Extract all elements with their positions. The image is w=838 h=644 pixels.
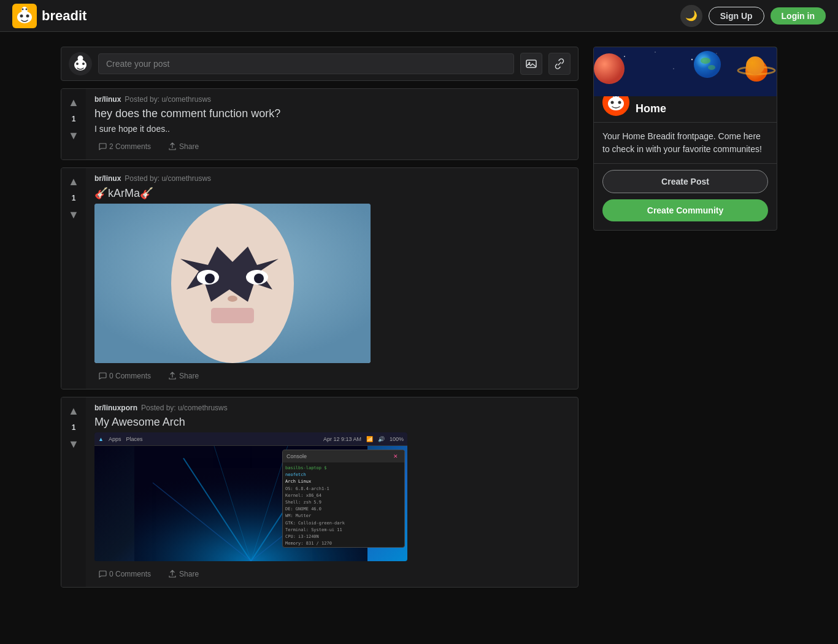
comments-button[interactable]: 2 Comments <box>94 140 155 153</box>
vote-count: 1 <box>72 115 76 123</box>
post-image <box>94 204 371 363</box>
sidebar-description: Your Home Breadit frontpage. Come here t… <box>594 123 777 164</box>
main-layout: ▲ 1 ▼ br/linux Posted by: u/comethrusws … <box>51 47 787 588</box>
post-card: ▲ 1 ▼ br/linux Posted by: u/comethrusws … <box>61 88 579 160</box>
share-button[interactable]: Share <box>164 140 202 153</box>
create-community-button[interactable]: Create Community <box>602 199 768 221</box>
share-button[interactable]: Share <box>164 567 202 581</box>
post-actions: 0 Comments Share <box>94 567 569 581</box>
signup-button[interactable]: Sign Up <box>709 7 764 25</box>
share-icon <box>168 372 177 380</box>
sidebar-banner-illustration <box>594 47 777 96</box>
post-image: ▲ Apps Places Apr 12 9:13 AM 📶 🔊 100% <box>94 432 407 561</box>
svg-point-31 <box>624 56 625 57</box>
post-content: br/linuxporn Posted by: u/comethrusws My… <box>86 397 578 587</box>
upvote-button[interactable]: ▲ <box>65 94 82 111</box>
svg-point-33 <box>691 59 693 60</box>
feed: ▲ 1 ▼ br/linux Posted by: u/comethrusws … <box>61 47 579 588</box>
svg-rect-21 <box>211 308 254 323</box>
post-content: br/linux Posted by: u/comethrusws hey do… <box>86 89 578 159</box>
post-meta: br/linuxporn Posted by: u/comethrusws <box>94 404 569 412</box>
vote-sidebar: ▲ 1 ▼ <box>61 168 86 389</box>
create-post-bar <box>61 47 579 81</box>
svg-point-19 <box>254 274 264 283</box>
vote-sidebar: ▲ 1 ▼ <box>61 89 86 159</box>
svg-point-39 <box>701 58 710 64</box>
svg-point-3 <box>26 14 29 17</box>
svg-point-5 <box>22 8 24 10</box>
navbar: breadit 🌙 Sign Up Login in <box>0 0 838 32</box>
svg-point-38 <box>694 51 721 78</box>
breadit-logo-icon <box>12 4 37 28</box>
svg-point-2 <box>20 14 23 17</box>
downvote-button[interactable]: ▼ <box>65 127 82 144</box>
comment-icon <box>98 372 107 380</box>
post-author: Posted by: u/comethrusws <box>125 95 211 104</box>
create-post-button[interactable]: Create Post <box>602 170 768 193</box>
vote-count: 1 <box>72 194 76 202</box>
navbar-actions: 🌙 Sign Up Login in <box>680 5 826 27</box>
share-icon <box>168 142 177 151</box>
svg-point-9 <box>76 63 79 65</box>
svg-point-20 <box>228 296 237 302</box>
comments-button[interactable]: 0 Comments <box>94 369 155 383</box>
svg-point-35 <box>747 62 748 63</box>
post-title: My Awesome Arch <box>94 416 569 429</box>
svg-point-18 <box>205 274 215 283</box>
svg-point-45 <box>611 101 614 104</box>
create-post-input[interactable] <box>98 53 514 74</box>
image-upload-button[interactable] <box>520 53 542 75</box>
post-community[interactable]: br/linux <box>94 95 121 104</box>
sidebar: Home Your Home Breadit frontpage. Come h… <box>593 47 777 231</box>
svg-point-40 <box>708 65 715 70</box>
comments-button[interactable]: 0 Comments <box>94 567 155 581</box>
svg-point-6 <box>26 8 28 10</box>
logo-text: breadit <box>42 8 86 24</box>
share-button[interactable]: Share <box>164 369 202 383</box>
post-actions: 0 Comments Share <box>94 369 569 383</box>
comment-icon <box>98 570 107 578</box>
post-content: br/linux Posted by: u/comethrusws 🎸kArMa… <box>86 168 578 389</box>
link-button[interactable] <box>548 53 571 75</box>
post-card: ▲ 1 ▼ br/linuxporn Posted by: u/comethru… <box>61 397 579 588</box>
post-community[interactable]: br/linux <box>94 174 121 183</box>
post-author: Posted by: u/comethrusws <box>125 174 211 183</box>
link-icon <box>553 58 566 70</box>
downvote-button[interactable]: ▼ <box>65 435 82 453</box>
svg-point-36 <box>673 68 674 69</box>
sidebar-banner <box>594 47 777 96</box>
svg-point-10 <box>82 63 85 65</box>
create-post-avatar-icon <box>69 52 92 75</box>
share-icon <box>168 570 177 578</box>
upvote-button[interactable]: ▲ <box>65 402 82 420</box>
comment-icon <box>98 142 107 151</box>
post-card: ▲ 1 ▼ br/linux Posted by: u/comethrusws … <box>61 167 579 389</box>
theme-toggle-button[interactable]: 🌙 <box>680 5 702 27</box>
vote-count: 1 <box>72 423 76 432</box>
post-meta: br/linux Posted by: u/comethrusws <box>94 174 569 183</box>
navbar-logo-area: breadit <box>12 4 86 28</box>
sidebar-home-card: Home Your Home Breadit frontpage. Come h… <box>593 47 777 231</box>
post-title: hey does the comment function work? <box>94 107 569 120</box>
downvote-button[interactable]: ▼ <box>65 206 82 223</box>
post-community[interactable]: br/linuxporn <box>94 404 137 412</box>
post-author: Posted by: u/comethrusws <box>141 404 228 412</box>
sidebar-title: Home <box>636 102 666 115</box>
svg-rect-12 <box>526 60 536 67</box>
svg-point-32 <box>655 52 656 53</box>
post-actions: 2 Comments Share <box>94 140 569 153</box>
svg-point-37 <box>594 53 625 84</box>
upvote-button[interactable]: ▲ <box>65 173 82 190</box>
post-meta: br/linux Posted by: u/comethrusws <box>94 95 569 104</box>
svg-point-41 <box>745 59 767 82</box>
post-title: 🎸kArMa🎸 <box>94 186 569 200</box>
svg-point-34 <box>716 53 717 53</box>
vote-sidebar: ▲ 1 ▼ <box>61 397 86 587</box>
sidebar-header: Home <box>594 96 777 123</box>
post-body: I sure hope it does.. <box>94 124 569 134</box>
svg-point-46 <box>618 101 621 104</box>
login-button[interactable]: Login in <box>771 7 826 25</box>
svg-point-11 <box>78 56 83 61</box>
karma-image <box>94 204 371 363</box>
image-icon <box>525 58 537 70</box>
